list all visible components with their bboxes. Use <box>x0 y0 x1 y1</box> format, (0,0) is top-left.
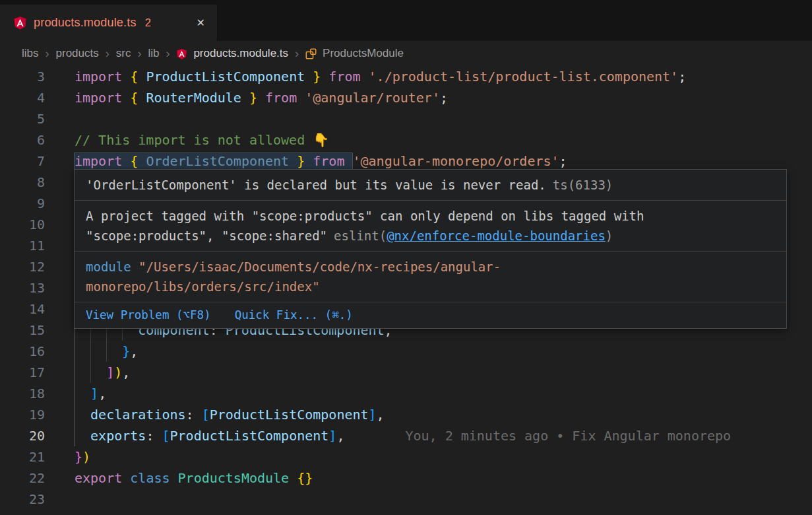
token: exports <box>90 428 146 444</box>
line-number[interactable]: 13 <box>0 277 45 298</box>
code-line-4[interactable]: 4import { RouterModule } from '@angular/… <box>0 87 812 108</box>
gutter-space <box>45 214 75 235</box>
breadcrumb-item-file[interactable]: products.module.ts <box>193 47 288 60</box>
line-number[interactable]: 14 <box>0 298 45 320</box>
token: // This import is not allowed <box>75 132 313 148</box>
eslint-rule-link[interactable]: @nx/enforce-module-boundaries <box>387 228 606 243</box>
angular-icon <box>176 48 187 59</box>
code-editor[interactable]: 3import { ProductListComponent } from '.… <box>0 66 812 515</box>
token: , <box>98 386 106 401</box>
line-number[interactable]: 21 <box>0 446 45 467</box>
line-number[interactable]: 8 <box>0 172 45 193</box>
eslint-message-scopes: "scope:products", "scope:shared" <box>86 228 327 243</box>
indent-guide <box>75 341 90 362</box>
line-number[interactable]: 12 <box>0 256 45 277</box>
token: ) <box>82 449 90 465</box>
line-number[interactable]: 3 <box>0 66 45 87</box>
line-number[interactable]: 16 <box>0 341 45 362</box>
eslint-source-suffix: ) <box>606 228 613 243</box>
breadcrumb-separator: › <box>106 47 109 61</box>
ts-error-code: ts(6133) <box>553 178 613 192</box>
token: ] <box>106 364 114 380</box>
module-path-line1: "/Users/isaac/Documents/code/nx-recipes/… <box>139 259 501 274</box>
token: ProductListComponent <box>210 407 369 423</box>
breadcrumb-item-products[interactable]: products <box>56 47 99 60</box>
gutter-space <box>45 404 75 425</box>
gutter-space <box>45 256 75 277</box>
code-line-6[interactable]: 6// This import is not allowed 👇 <box>0 129 812 151</box>
indent-guide <box>90 362 106 383</box>
hover-eslint-message: A project tagged with "scope:products" c… <box>75 201 786 251</box>
code-line-17[interactable]: 17]), <box>0 362 812 383</box>
breadcrumb-separator: › <box>137 47 141 61</box>
code-line-20[interactable]: 20exports: [ProductListComponent],You, 2… <box>0 425 812 446</box>
gutter-space <box>45 489 75 510</box>
line-number[interactable]: 7 <box>0 151 45 172</box>
code-content: import { ProductListComponent } from './… <box>75 66 686 87</box>
token: ] <box>90 386 98 401</box>
ts-error-text: 'OrderListComponent' is declared but its… <box>86 178 546 192</box>
indent-guide <box>75 425 90 446</box>
line-number[interactable]: 18 <box>0 383 45 404</box>
breadcrumb-item-src[interactable]: src <box>116 47 131 60</box>
code-content: // This import is not allowed 👇 <box>75 129 329 151</box>
indent-guide <box>106 341 122 362</box>
token: } <box>289 153 313 169</box>
code-content: import { RouterModule } from '@angular/r… <box>75 87 448 108</box>
token: ; <box>440 90 448 106</box>
token: : <box>146 428 162 444</box>
hover-popup: 'OrderListComponent' is declared but its… <box>74 169 787 329</box>
code-content: export class ProductsModule {} <box>75 467 313 489</box>
token: {} <box>289 470 313 486</box>
gutter-space <box>45 362 75 383</box>
code-content: exports: [ProductListComponent],You, 2 m… <box>75 425 731 446</box>
code-line-19[interactable]: 19declarations: [ProductListComponent], <box>0 404 812 425</box>
token: ProductsModule <box>178 470 290 486</box>
code-line-16[interactable]: 16}, <box>0 341 812 362</box>
line-number[interactable]: 20 <box>0 425 45 446</box>
line-number[interactable]: 4 <box>0 87 45 108</box>
line-number[interactable]: 23 <box>0 489 45 510</box>
line-number[interactable]: 9 <box>0 193 45 214</box>
code-content: }) <box>75 446 90 467</box>
code-line-18[interactable]: 18], <box>0 383 812 404</box>
quick-fix-link[interactable]: Quick Fix... (⌘.) <box>235 308 353 323</box>
view-problem-link[interactable]: View Problem (⌥F8) <box>86 308 211 323</box>
line-number[interactable]: 5 <box>0 108 45 129</box>
code-line-23[interactable]: 23 <box>0 489 812 510</box>
line-number[interactable]: 17 <box>0 362 45 383</box>
token: ] <box>369 407 377 423</box>
breadcrumb-item-lib[interactable]: lib <box>148 47 159 60</box>
code-content: ]), <box>75 362 130 383</box>
token: : <box>186 407 202 423</box>
code-line-22[interactable]: 22export class ProductsModule {} <box>0 467 812 489</box>
line-number[interactable]: 6 <box>0 129 45 151</box>
line-number[interactable]: 11 <box>0 235 45 256</box>
module-info-line2: monorepo/libs/orders/src/index" <box>86 277 775 296</box>
gutter-space <box>45 467 75 489</box>
code-line-3[interactable]: 3import { ProductListComponent } from '.… <box>0 66 812 87</box>
indent-guide <box>75 404 90 425</box>
line-number[interactable]: 15 <box>0 320 45 341</box>
breadcrumb-item-libs[interactable]: libs <box>22 47 39 60</box>
line-number[interactable]: 22 <box>0 467 45 489</box>
gutter-space <box>45 87 75 108</box>
code-line-5[interactable]: 5 <box>0 108 812 129</box>
indent-guide <box>90 341 106 362</box>
indent-guide <box>75 383 90 404</box>
token: [ <box>202 407 210 423</box>
breadcrumb-item-symbol[interactable]: ProductsModule <box>323 47 404 60</box>
token: '@angular-monorepo/orders' <box>352 153 559 169</box>
token: export <box>75 470 130 486</box>
tab-close-button[interactable]: ✕ <box>194 15 208 30</box>
tab-products-module[interactable]: products.module.ts 2 ✕ <box>0 5 218 41</box>
token: , <box>336 428 344 444</box>
code-line-21[interactable]: 21}) <box>0 446 812 467</box>
token: } <box>305 69 328 85</box>
tab-bar: products.module.ts 2 ✕ <box>0 0 812 41</box>
line-number[interactable]: 19 <box>0 404 45 425</box>
token: ProductListComponent <box>170 428 329 444</box>
gutter-space <box>45 172 75 193</box>
line-number[interactable]: 10 <box>0 214 45 235</box>
indent-guide <box>75 362 90 383</box>
